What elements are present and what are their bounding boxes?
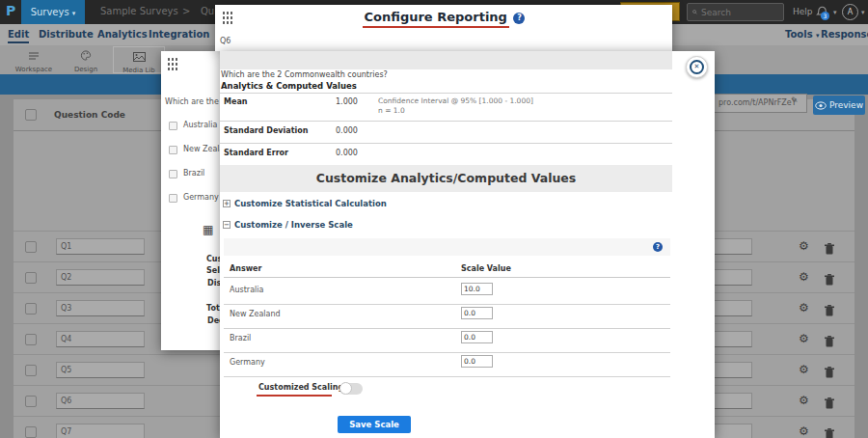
analytics-customize-panel: ✕ Which are the 2 Commonwealth countries…: [220, 51, 715, 438]
answer-label: New Zealand: [230, 310, 281, 318]
option-checkbox[interactable]: [169, 146, 177, 154]
delete-trash-icon[interactable]: [825, 302, 834, 320]
row-checkbox[interactable]: [25, 241, 37, 253]
row-checkbox[interactable]: [25, 303, 37, 315]
settings-gear-icon[interactable]: ⚙: [799, 332, 809, 345]
customize-section-title: Customize Analytics/Computed Values: [220, 165, 672, 192]
configure-reporting-modal: Configure Reporting ? Q6: [215, 5, 672, 51]
eye-icon: [815, 101, 827, 110]
design-palette-icon: [80, 50, 92, 61]
delete-trash-icon[interactable]: [825, 240, 834, 259]
divider: [224, 328, 670, 329]
settings-gear-icon[interactable]: ⚙: [799, 270, 809, 284]
red-underline: [257, 395, 332, 397]
edit-url-icon[interactable]: ✎: [791, 96, 799, 105]
close-icon: ✕: [690, 60, 704, 74]
preview-button[interactable]: Preview: [813, 96, 865, 115]
breadcrumb-current: Qu: [201, 6, 214, 16]
notification-badge: 3: [821, 12, 829, 20]
menu-item-integration[interactable]: Integration: [149, 24, 209, 45]
customized-scaling-toggle[interactable]: [339, 383, 363, 395]
workspace-icon: [28, 51, 40, 61]
menu-item-analytics[interactable]: Analytics: [97, 24, 148, 45]
divider: [224, 304, 670, 305]
media-library-tile[interactable]: Media Lib: [113, 46, 165, 73]
save-scale-values-button[interactable]: Save Scale Values: [338, 416, 411, 433]
settings-gear-icon[interactable]: ⚙: [799, 394, 809, 407]
stat-label: Mean: [224, 97, 247, 106]
scale-value-input[interactable]: [461, 355, 493, 368]
search-box[interactable]: [687, 3, 784, 21]
option-checkbox[interactable]: [169, 122, 177, 130]
tools-menu[interactable]: Tools ▾: [785, 24, 820, 45]
divider: [220, 143, 672, 144]
row-checkbox[interactable]: [25, 272, 37, 284]
panel-header-strip: [220, 51, 672, 69]
delete-trash-icon[interactable]: [825, 364, 834, 382]
settings-gear-icon[interactable]: ⚙: [799, 363, 809, 376]
row-checkbox[interactable]: [25, 426, 37, 438]
row-checkbox[interactable]: [25, 334, 37, 345]
delete-trash-icon[interactable]: [825, 425, 834, 438]
customized-scaling-label: Customized Scaling: [258, 383, 343, 392]
row-checkbox[interactable]: [25, 396, 37, 407]
answer-label: Australia: [230, 286, 263, 294]
toggle-knob: [339, 382, 352, 395]
divider: [220, 121, 672, 122]
chevron-down-icon[interactable]: ▾: [833, 9, 837, 16]
select-all-checkbox[interactable]: [25, 109, 37, 121]
expander-inverse-scale[interactable]: − Customize / Inverse Scale: [223, 220, 353, 230]
avatar[interactable]: A: [842, 4, 858, 20]
divider: [224, 376, 670, 377]
settings-gear-icon[interactable]: ⚙: [799, 301, 809, 315]
expander-statistical-calculation[interactable]: + Customize Statistical Calculation: [223, 199, 387, 208]
question-code-input[interactable]: Q5: [56, 362, 145, 378]
help-icon[interactable]: ?: [653, 242, 663, 252]
delete-trash-icon[interactable]: [825, 395, 834, 413]
option-label: Brazil: [183, 169, 204, 178]
column-header-question-code: Question Code: [54, 110, 125, 120]
option-checkbox[interactable]: [169, 170, 177, 178]
surveys-menu[interactable]: Surveys ▾: [21, 0, 85, 24]
column-header-answer: Answer: [230, 264, 261, 273]
menu-item-edit[interactable]: Edit: [8, 24, 29, 43]
help-link[interactable]: Help: [793, 7, 813, 16]
workspace-tile[interactable]: Workspace: [8, 46, 60, 73]
stat-label: Standard Error: [224, 149, 288, 157]
question-code-input[interactable]: Q1: [56, 238, 145, 255]
grid-chart-icon[interactable]: ▦: [203, 223, 213, 236]
row-checkbox[interactable]: [25, 365, 37, 376]
scale-value-input[interactable]: [461, 331, 493, 343]
close-button[interactable]: ✕: [686, 56, 708, 78]
settings-gear-icon[interactable]: ⚙: [799, 239, 809, 253]
delete-trash-icon[interactable]: [825, 271, 834, 289]
question-code-input[interactable]: Q2: [56, 269, 145, 286]
question-code-input[interactable]: Q3: [56, 300, 145, 316]
scale-toolbar-band: ?: [224, 238, 670, 256]
question-code-input[interactable]: Q4: [56, 331, 145, 347]
divider: [220, 93, 672, 94]
response-count[interactable]: Response: 1: [821, 24, 868, 45]
divider: [224, 352, 670, 353]
scale-value-input[interactable]: [461, 283, 493, 295]
answer-label: Brazil: [230, 334, 251, 342]
question-code-input[interactable]: Q6: [56, 393, 145, 409]
search-input[interactable]: [701, 8, 778, 17]
scale-value-input[interactable]: [461, 307, 493, 319]
delete-trash-icon[interactable]: [825, 333, 834, 351]
questionpro-app: P Surveys ▾ Sample Surveys > Qu Help 3 ▾…: [0, 0, 868, 438]
help-icon[interactable]: ?: [513, 13, 525, 24]
breadcrumb-sample-surveys[interactable]: Sample Surveys: [100, 6, 178, 16]
question-intro-text: Which are the: [165, 97, 219, 106]
question-code-input[interactable]: Q7: [56, 424, 145, 438]
menu-item-distribute[interactable]: Distribute: [39, 24, 94, 45]
stat-value: 1.000: [336, 97, 358, 106]
drag-handle-icon[interactable]: [167, 57, 177, 71]
chevron-down-icon: ▾: [816, 32, 820, 40]
settings-gear-icon[interactable]: ⚙: [799, 424, 809, 438]
design-tile[interactable]: Design: [60, 46, 112, 73]
stat-value: 0.000: [336, 126, 358, 135]
chevron-down-icon: ▾: [72, 10, 76, 17]
chevron-down-icon[interactable]: ▾: [861, 9, 865, 16]
option-checkbox[interactable]: [169, 194, 177, 203]
